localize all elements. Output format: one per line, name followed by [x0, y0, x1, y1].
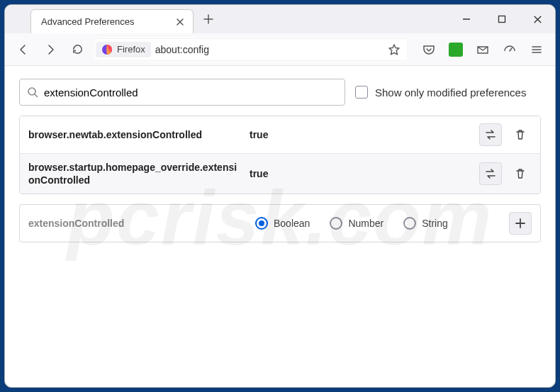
inbox-icon[interactable] — [471, 38, 494, 61]
row-actions — [479, 123, 532, 146]
pref-row: browser.startup.homepage_override.extens… — [20, 154, 540, 194]
reload-button[interactable] — [66, 38, 89, 61]
close-tab-icon[interactable] — [174, 16, 186, 28]
about-config-content: Show only modified preferences browser.n… — [5, 66, 555, 255]
radio-icon — [330, 217, 342, 230]
tab-strip: Advanced Preferences — [5, 5, 555, 33]
tab-title: Advanced Preferences — [41, 16, 135, 27]
trash-icon — [515, 129, 526, 140]
maximize-button[interactable] — [484, 5, 520, 33]
add-pref-name: extensionControlled — [28, 217, 241, 230]
search-icon — [27, 86, 38, 98]
forward-button[interactable] — [39, 38, 62, 61]
swap-arrows-icon — [484, 128, 497, 141]
radio-icon — [403, 217, 416, 230]
row-actions — [479, 162, 532, 185]
extension-icon[interactable] — [444, 38, 467, 61]
trash-icon — [515, 168, 526, 179]
radio-number[interactable]: Number — [330, 217, 383, 230]
checkbox-icon — [355, 86, 368, 99]
pref-search-input[interactable] — [44, 86, 337, 99]
add-pref-row: extensionControlled Boolean Number Strin… — [19, 204, 541, 242]
toolbar-icons — [418, 38, 548, 61]
delete-button[interactable] — [509, 162, 532, 185]
svg-rect-0 — [499, 16, 505, 23]
add-button[interactable] — [509, 212, 532, 235]
dashboard-icon[interactable] — [498, 38, 521, 61]
pref-value: true — [250, 168, 292, 179]
identity-box[interactable]: Firefox — [96, 42, 151, 57]
bookmark-star-icon[interactable] — [384, 43, 404, 56]
app-menu-button[interactable] — [525, 38, 548, 61]
nav-toolbar: Firefox about:config — [5, 33, 555, 66]
swap-arrows-icon — [484, 167, 497, 180]
pref-name: browser.startup.homepage_override.extens… — [28, 161, 241, 186]
radio-label: Number — [348, 218, 383, 229]
back-button[interactable] — [12, 38, 35, 61]
close-window-button[interactable] — [520, 5, 555, 33]
radio-string[interactable]: String — [403, 217, 448, 230]
tab-advanced-preferences[interactable]: Advanced Preferences — [30, 9, 194, 33]
plus-icon — [515, 218, 526, 229]
toggle-button[interactable] — [479, 123, 502, 146]
pref-search-box[interactable] — [19, 79, 345, 106]
toggle-button[interactable] — [479, 162, 502, 185]
pref-row: browser.newtab.extensionControlled true — [20, 116, 540, 154]
window-controls — [449, 5, 555, 33]
delete-button[interactable] — [509, 123, 532, 146]
pocket-icon[interactable] — [418, 38, 440, 61]
pref-value: true — [250, 129, 292, 140]
radio-icon — [255, 217, 268, 230]
show-modified-checkbox[interactable]: Show only modified preferences — [355, 86, 526, 99]
radio-label: String — [422, 218, 448, 229]
radio-label: Boolean — [274, 218, 310, 229]
pref-table: browser.newtab.extensionControlled true … — [19, 116, 541, 194]
firefox-logo-icon — [101, 44, 113, 55]
checkbox-label: Show only modified preferences — [375, 86, 526, 99]
url-text: about:config — [155, 44, 209, 55]
new-tab-button[interactable] — [198, 9, 219, 30]
search-row: Show only modified preferences — [19, 79, 541, 106]
radio-boolean[interactable]: Boolean — [255, 217, 310, 230]
type-radios: Boolean Number String — [255, 217, 448, 230]
identity-label: Firefox — [117, 44, 145, 55]
pref-name: browser.newtab.extensionControlled — [28, 128, 241, 141]
browser-window: Advanced Preferences — [4, 4, 556, 388]
minimize-button[interactable] — [449, 5, 484, 33]
url-bar[interactable]: Firefox about:config — [93, 38, 409, 62]
